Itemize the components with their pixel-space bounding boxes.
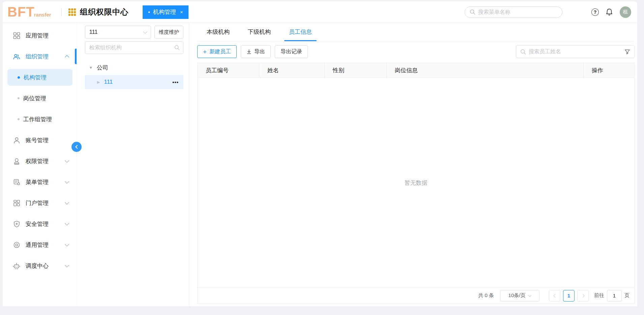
- column-header-position-info[interactable]: 岗位信息: [387, 63, 584, 78]
- table-empty-state: 暂无数据: [198, 78, 634, 287]
- export-button[interactable]: 导出: [241, 45, 271, 58]
- org-search-box[interactable]: [85, 41, 183, 54]
- search-icon: [520, 49, 526, 55]
- next-page-button[interactable]: [577, 290, 589, 301]
- org-tree: ▼ 公司 ▶ 111 •••: [85, 62, 183, 89]
- employee-table: 员工编号 姓名 性别 岗位信息 操作 暂无数据 共 0 条 10条/页: [197, 63, 635, 304]
- prev-page-button[interactable]: [549, 290, 560, 301]
- tree-node-company[interactable]: ▼ 公司: [85, 62, 183, 73]
- sidebar-item-label: 门户管理: [26, 199, 65, 207]
- sidebar-item-label: 账号管理: [26, 136, 68, 144]
- tab-active-dot-icon: ●: [148, 10, 150, 14]
- total-count: 共 0 条: [478, 292, 494, 299]
- tab-employee-info[interactable]: 员工信息: [284, 23, 317, 41]
- sidebar-item-app-management[interactable]: 应用管理: [3, 25, 77, 46]
- filter-funnel-icon[interactable]: [624, 49, 630, 55]
- chevron-left-icon: [553, 294, 557, 297]
- org-search-input[interactable]: [89, 45, 174, 51]
- header-divider: [61, 8, 62, 17]
- empty-text: 暂无数据: [405, 179, 428, 187]
- sidebar-item-menu-management[interactable]: 菜单管理: [3, 172, 77, 192]
- top-header: BFT ransfer 组织权限中心 ● 机构管理 × ? 租: [3, 1, 637, 23]
- active-dot-icon: [18, 76, 20, 79]
- caret-down-icon[interactable]: ▼: [89, 65, 93, 70]
- person-icon: [13, 136, 20, 144]
- new-employee-button[interactable]: + 新建员工: [197, 45, 237, 58]
- sidebar-item-account-management[interactable]: 账号管理: [3, 130, 77, 151]
- tree-node-111-selected[interactable]: ▶ 111 •••: [85, 75, 183, 89]
- goto-page-input[interactable]: [607, 290, 622, 301]
- chevron-down-icon: [65, 242, 69, 246]
- stamp-icon: [13, 157, 20, 165]
- column-header-name[interactable]: 姓名: [259, 63, 325, 78]
- people-icon: [13, 53, 20, 60]
- page-unit-label: 页: [624, 292, 630, 299]
- shield-plus-icon: [13, 220, 20, 228]
- tab-label: 机构管理: [153, 8, 176, 16]
- sidebar-item-general-management[interactable]: 通用管理: [3, 234, 77, 255]
- app-window: BFT ransfer 组织权限中心 ● 机构管理 × ? 租: [3, 1, 637, 306]
- employee-search-input[interactable]: [529, 49, 624, 55]
- search-icon: [470, 9, 475, 15]
- caret-right-icon[interactable]: ▶: [97, 80, 100, 84]
- robot-icon: [13, 262, 20, 269]
- column-header-employee-id[interactable]: 员工编号: [198, 63, 259, 78]
- column-header-gender[interactable]: 性别: [325, 63, 387, 78]
- sidebar-item-permission-management[interactable]: 权限管理: [3, 151, 77, 172]
- bullet-dot-icon: [18, 97, 20, 99]
- page-size-select[interactable]: 10条/页: [500, 290, 539, 301]
- column-header-actions[interactable]: 操作: [584, 63, 634, 78]
- more-actions-icon[interactable]: •••: [172, 79, 179, 85]
- employee-search-box[interactable]: [516, 45, 635, 58]
- tab-current-org[interactable]: 本级机构: [202, 23, 234, 41]
- goto-label: 前往: [594, 292, 604, 299]
- tab-sub-org[interactable]: 下级机构: [243, 23, 275, 41]
- sidebar-item-dispatch-center[interactable]: 调度中心: [3, 255, 77, 276]
- bft-logo[interactable]: BFT ransfer: [7, 4, 59, 20]
- chevron-down-icon: [528, 293, 532, 297]
- button-label: 导出记录: [281, 48, 302, 55]
- dimension-maintain-button[interactable]: 维度维护: [154, 26, 183, 38]
- tab-label: 员工信息: [289, 28, 312, 36]
- search-icon: [174, 45, 180, 50]
- sidebar-item-label: 菜单管理: [26, 178, 65, 186]
- chevron-up-icon: [65, 55, 69, 59]
- chevron-left-icon: [75, 145, 79, 149]
- sidebar-collapse-button[interactable]: [71, 142, 82, 152]
- sidebar-subitem-institution-management[interactable]: 机构管理: [7, 69, 72, 86]
- menu-search-input[interactable]: [478, 9, 557, 15]
- sidebar-item-label: 应用管理: [26, 32, 68, 40]
- notification-bell-icon[interactable]: [606, 8, 613, 16]
- sidebar-item-org-management[interactable]: 组织管理: [3, 46, 77, 67]
- app-title: 组织权限中心: [80, 7, 128, 17]
- tree-node-label: 公司: [97, 64, 108, 72]
- help-icon[interactable]: ?: [591, 8, 599, 16]
- logo-text-sub: ransfer: [34, 12, 51, 18]
- logo-text-main: BFT: [7, 4, 35, 20]
- export-records-button[interactable]: 导出记录: [275, 45, 308, 58]
- plus-icon: +: [203, 49, 207, 55]
- sidebar-item-portal-management[interactable]: 门户管理: [3, 192, 77, 213]
- chevron-down-icon: [65, 200, 69, 205]
- sidebar-subitem-workgroup-management[interactable]: 工作组管理: [3, 109, 77, 130]
- sidebar-subitem-label: 机构管理: [24, 74, 47, 81]
- open-tab-org-management[interactable]: ● 机构管理 ×: [143, 5, 188, 19]
- portal-grid-icon: [13, 199, 20, 207]
- menu-search-box[interactable]: [465, 6, 562, 18]
- table-header-row: 员工编号 姓名 性别 岗位信息 操作: [198, 63, 634, 78]
- chevron-down-icon: [143, 29, 147, 34]
- tree-node-label: 111: [104, 79, 172, 85]
- settings-icon: [13, 241, 20, 248]
- bullet-dot-icon: [18, 118, 20, 120]
- tab-close-icon[interactable]: ×: [180, 9, 183, 15]
- button-label: 导出: [254, 48, 265, 55]
- sidebar-nav: 应用管理 组织管理 机构管理 岗位管理 工作组管理: [3, 23, 77, 306]
- dimension-select-value: 111: [89, 29, 144, 35]
- sidebar-item-security-management[interactable]: 安全管理: [3, 213, 77, 234]
- user-avatar[interactable]: 租: [620, 6, 631, 18]
- dimension-select[interactable]: 111: [85, 26, 151, 38]
- sidebar-item-label: 调度中心: [26, 262, 65, 270]
- page-size-value: 10条/页: [508, 292, 526, 299]
- sidebar-subitem-position-management[interactable]: 岗位管理: [3, 88, 77, 109]
- page-number-button[interactable]: 1: [563, 290, 575, 301]
